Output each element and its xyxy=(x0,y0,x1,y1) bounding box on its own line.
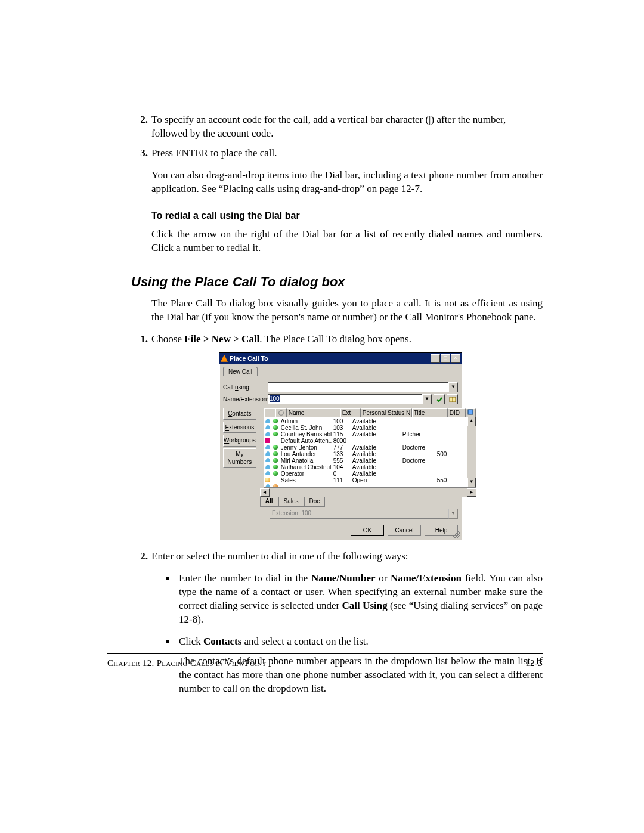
list-panel: Name Ext Personal Status N... Title DID xyxy=(260,408,476,507)
dialog-title: Place Call To xyxy=(230,354,430,363)
vertical-scrollbar[interactable]: ▲ ▼ xyxy=(467,417,476,487)
nav-buttons: Contacts Extensions Workgroups My Number… xyxy=(223,408,256,507)
horizontal-scrollbar[interactable]: ◄ ► xyxy=(260,488,476,497)
paragraph-place-call-intro: The Place Call To dialog box visually gu… xyxy=(107,297,543,324)
list-row[interactable]: Default Auto Atten...8000 xyxy=(264,437,476,444)
paragraph-dragdrop: You can also drag-and-drop items into th… xyxy=(107,169,543,196)
call-using-dropdown-button[interactable]: ▼ xyxy=(448,382,458,392)
label-call-using: Call using: xyxy=(223,383,268,392)
scroll-up-button[interactable]: ▲ xyxy=(467,417,476,426)
step-text: Enter or select the number to dial in on… xyxy=(151,550,408,562)
nav-extensions[interactable]: Extensions xyxy=(223,422,256,433)
maximize-button[interactable]: □ xyxy=(441,354,450,363)
list-rows: Admin100AvailableCecilia St. John103Avai… xyxy=(264,417,476,488)
list-row[interactable]: Operator0Available xyxy=(264,470,476,476)
dialog-mid: Contacts Extensions Workgroups My Number… xyxy=(223,408,458,507)
nav-workgroups[interactable]: Workgroups xyxy=(223,435,256,447)
place-call-to-dialog: Place Call To – □ × New Call Call using:… xyxy=(219,352,462,541)
step-d2: 2. Enter or select the number to dial in… xyxy=(151,550,543,563)
document-body: 2. To specify an account code for the ca… xyxy=(107,113,543,704)
list-header[interactable]: Name Ext Personal Status N... Title DID xyxy=(264,408,476,417)
footer-chapter: Chapter 12. Placing Calls in ViewPoint xyxy=(107,657,267,669)
btab-doc[interactable]: Doc xyxy=(304,497,326,507)
col-psn[interactable]: Personal Status N... xyxy=(361,408,412,417)
contacts-list[interactable]: Name Ext Personal Status N... Title DID xyxy=(264,408,476,488)
step-number: 2. xyxy=(128,550,148,563)
col-end-button[interactable] xyxy=(466,408,476,417)
ways-bullets: Enter the number to dial in the Name/Num… xyxy=(107,572,543,696)
dialog-body: New Call Call using: ▼ Name/Extension: 1… xyxy=(219,364,462,540)
col-title[interactable]: Title xyxy=(412,408,448,417)
list-row[interactable]: Jenny Benton777AvailableDoctorre xyxy=(264,444,476,450)
heading-using-place-call: Using the Place Call To dialog box xyxy=(131,273,543,291)
btab-sales[interactable]: Sales xyxy=(278,497,304,507)
label-name-ext: Name/Extension: xyxy=(223,395,268,404)
list-bottom-tabs: All Sales Doc xyxy=(260,497,476,507)
dialog-icon xyxy=(221,355,228,362)
subhead-redial: To redial a call using the Dial bar xyxy=(151,209,543,222)
paragraph-redial: Click the arrow on the right of the Dial… xyxy=(107,228,543,255)
extension-line: Extension: 100 ▼ xyxy=(270,509,458,519)
btab-all[interactable]: All xyxy=(260,497,278,507)
nav-my-numbers[interactable]: My Numbers xyxy=(223,448,256,468)
dialog-buttons: OK Cancel Help xyxy=(223,525,458,537)
scroll-left-button[interactable]: ◄ xyxy=(260,488,270,497)
call-using-combo[interactable] xyxy=(268,382,449,392)
svg-rect-2 xyxy=(468,410,473,414)
row-call-using: Call using: ▼ xyxy=(223,382,458,392)
list-row[interactable]: Miri Anatolia555AvailableDoctorre xyxy=(264,457,476,463)
resize-grip-icon[interactable] xyxy=(453,531,460,538)
step-text: To specify an account code for the call,… xyxy=(151,114,506,139)
address-book-button[interactable] xyxy=(447,394,458,404)
list-row[interactable]: Courtney Barnstable115AvailablePitcher xyxy=(264,431,476,437)
name-ext-dropdown-button[interactable]: ▼ xyxy=(422,394,432,404)
list-row[interactable]: Sales111Open550 xyxy=(264,476,476,483)
list-row[interactable] xyxy=(264,483,476,488)
bullet-1: Enter the number to dial in the Name/Num… xyxy=(179,572,543,627)
nav-contacts[interactable]: Contacts xyxy=(223,408,256,420)
step-text: Choose File > New > Call. The Place Call… xyxy=(151,333,411,345)
step-text: Press ENTER to place the call. xyxy=(151,147,277,159)
col-name[interactable]: Name xyxy=(287,408,340,417)
dialog-titlebar[interactable]: Place Call To – □ × xyxy=(219,353,462,364)
status-header-icon xyxy=(278,410,284,416)
footer-page-number: 12-3 xyxy=(525,657,543,669)
extension-dropdown-button: ▼ xyxy=(448,509,458,519)
page-footer: Chapter 12. Placing Calls in ViewPoint 1… xyxy=(107,653,543,669)
minimize-button[interactable]: – xyxy=(431,354,440,363)
row-name-ext: Name/Extension: 100 ▼ xyxy=(223,394,458,404)
numbered-steps-dialog: 1. Choose File > New > Call. The Place C… xyxy=(107,333,543,563)
col-ext[interactable]: Ext xyxy=(340,408,361,417)
list-row[interactable]: Cecilia St. John103Available xyxy=(264,424,476,431)
sort-icon xyxy=(460,410,464,416)
step-3: 3. Press ENTER to place the call. xyxy=(151,147,543,160)
list-row[interactable]: Admin100Available xyxy=(264,417,476,424)
cancel-button[interactable]: Cancel xyxy=(388,525,421,537)
extension-display[interactable]: Extension: 100 xyxy=(270,509,449,519)
step-2: 2. To specify an account code for the ca… xyxy=(151,113,543,141)
tab-new-call[interactable]: New Call xyxy=(223,367,258,377)
step-d1: 1. Choose File > New > Call. The Place C… xyxy=(151,333,543,540)
list-row[interactable]: Lou Antander133Available500 xyxy=(264,450,476,457)
list-row[interactable]: Nathaniel Chestnut104Available xyxy=(264,463,476,470)
close-button[interactable]: × xyxy=(451,354,460,363)
sort-asc-icon xyxy=(333,410,339,416)
numbered-steps-top: 2. To specify an account code for the ca… xyxy=(107,113,543,160)
step-number: 2. xyxy=(128,113,148,127)
dial-check-button[interactable] xyxy=(434,394,445,404)
step-number: 1. xyxy=(128,333,148,346)
col-icon2[interactable] xyxy=(275,408,287,417)
name-extension-input[interactable]: 100 xyxy=(268,394,423,404)
tab-strip: New Call xyxy=(223,366,458,377)
scroll-down-button[interactable]: ▼ xyxy=(467,478,476,487)
ok-button[interactable]: OK xyxy=(351,525,384,537)
step-number: 3. xyxy=(128,147,148,160)
col-did[interactable]: DID xyxy=(448,408,466,417)
col-icon1[interactable] xyxy=(264,408,275,417)
scroll-right-button[interactable]: ► xyxy=(467,488,476,497)
